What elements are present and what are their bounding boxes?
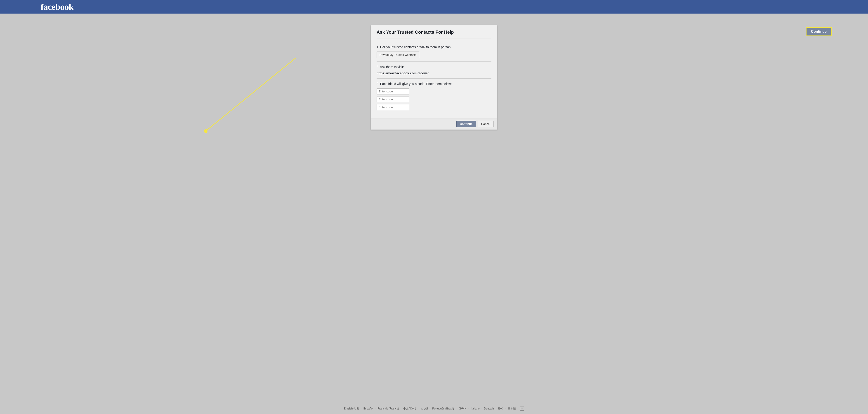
footer-link-hindi[interactable]: हिन्दी xyxy=(498,407,503,410)
section-1: 1. Call your trusted contacts or talk to… xyxy=(377,42,491,62)
svg-line-0 xyxy=(206,58,296,131)
floating-continue-button[interactable]: Continue xyxy=(806,27,832,36)
dialog-title: Ask Your Trusted Contacts For Help xyxy=(377,30,491,38)
footer-link-italian[interactable]: Italiano xyxy=(471,407,480,410)
footer-link-portuguese[interactable]: Português (Brasil) xyxy=(432,407,454,410)
continue-button[interactable]: Continue xyxy=(456,121,476,127)
footer-link-arabic[interactable]: العربية xyxy=(421,407,428,410)
header: facebook xyxy=(0,0,868,13)
section-2-text: 2. Ask them to visit: xyxy=(377,65,491,69)
more-languages-button[interactable]: + xyxy=(520,407,524,411)
footer-link-korean[interactable]: 한국어 xyxy=(458,407,467,411)
dialog-footer: Continue Cancel xyxy=(371,118,497,129)
svg-point-1 xyxy=(204,129,208,133)
footer: English (US) · Español · Français (Franc… xyxy=(0,403,868,414)
section-1-text: 1. Call your trusted contacts or talk to… xyxy=(377,45,491,49)
footer-link-german[interactable]: Deutsch xyxy=(484,407,494,410)
footer-link-english[interactable]: English (US) xyxy=(344,407,359,410)
section-3-text: 3. Each friend will give you a code. Ent… xyxy=(377,82,491,86)
reveal-trusted-contacts-button[interactable]: Reveal My Trusted Contacts xyxy=(377,52,419,58)
floating-annotation: Continue xyxy=(806,27,832,36)
footer-links: English (US) · Español · Français (Franc… xyxy=(0,407,868,411)
footer-link-french[interactable]: Français (France) xyxy=(377,407,399,410)
footer-link-chinese[interactable]: 中文(简体) xyxy=(403,407,416,411)
code-input-1[interactable] xyxy=(377,88,409,94)
facebook-logo: facebook xyxy=(41,2,73,12)
code-input-2[interactable] xyxy=(377,96,409,102)
section-3: 3. Each friend will give you a code. Ent… xyxy=(377,78,491,114)
section-2: 2. Ask them to visit: https://www.facebo… xyxy=(377,62,491,78)
footer-link-espanol[interactable]: Español xyxy=(364,407,373,410)
cancel-button[interactable]: Cancel xyxy=(478,121,494,127)
dialog-body: Ask Your Trusted Contacts For Help 1. Ca… xyxy=(371,25,497,118)
trusted-contacts-dialog: Ask Your Trusted Contacts For Help 1. Ca… xyxy=(371,25,497,130)
footer-link-japanese[interactable]: 日本語 xyxy=(508,407,516,411)
recover-url: https://www.facebook.com/recover xyxy=(377,71,491,75)
code-input-3[interactable] xyxy=(377,104,409,110)
main-content: Ask Your Trusted Contacts For Help 1. Ca… xyxy=(0,13,868,403)
